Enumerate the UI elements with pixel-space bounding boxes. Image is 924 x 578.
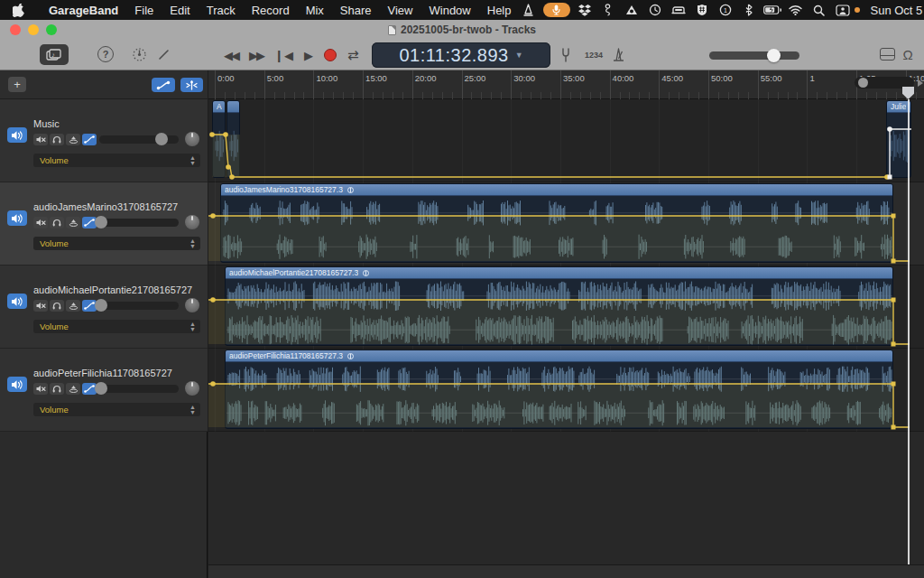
region-header[interactable]: A xyxy=(213,101,225,113)
go-to-beginning-button[interactable]: ❙◀ xyxy=(274,49,293,62)
bluetooth-status-icon[interactable] xyxy=(740,3,758,17)
dropbox-status-icon[interactable] xyxy=(576,3,594,17)
track-icon[interactable] xyxy=(7,127,27,143)
audio-region[interactable]: audioPeterFilichia11708165727.3 xyxy=(225,350,893,429)
pan-knob[interactable] xyxy=(185,298,199,312)
rewind-button[interactable]: ◀◀ xyxy=(224,49,238,62)
pan-knob[interactable] xyxy=(185,132,199,146)
keyboard-status-icon[interactable] xyxy=(670,3,688,17)
tuner-button[interactable] xyxy=(132,47,147,62)
track-lane-1[interactable] xyxy=(208,99,924,182)
region-header[interactable]: audioMichaelPortantie21708165727.3 xyxy=(226,267,892,279)
audio-region[interactable]: audioMichaelPortantie21708165727.3 xyxy=(225,266,893,346)
master-volume-knob[interactable] xyxy=(767,49,781,62)
master-volume-slider[interactable] xyxy=(709,51,799,60)
mute-button[interactable] xyxy=(33,383,48,395)
track-volume-knob[interactable] xyxy=(95,299,107,312)
spotlight-status-icon[interactable] xyxy=(810,3,828,17)
track-header-1[interactable]: MusicVolume▲▼ xyxy=(0,99,208,182)
battery-status-icon[interactable] xyxy=(763,3,781,17)
playhead-catch-button[interactable] xyxy=(180,78,203,92)
track-volume-slider[interactable] xyxy=(99,219,179,227)
track-icon[interactable] xyxy=(7,377,27,392)
alert-triangle-status-icon[interactable] xyxy=(623,3,641,17)
track-header-3[interactable]: audioMichaelPortantie21708165727Volume▲▼ xyxy=(0,266,208,349)
solo-button[interactable] xyxy=(50,300,64,312)
time-machine-status-icon[interactable] xyxy=(646,3,664,17)
horizontal-scrollbar-area[interactable] xyxy=(208,564,924,578)
input-monitoring-button[interactable] xyxy=(66,217,80,228)
track-volume-slider[interactable] xyxy=(99,135,179,144)
menu-item-track[interactable]: Track xyxy=(199,4,244,17)
count-in-button[interactable]: 1234 xyxy=(585,51,603,60)
timeline-ruler[interactable]: 0:005:0010:0015:0020:0025:0030:0035:0040… xyxy=(208,70,924,99)
pan-knob[interactable] xyxy=(185,215,199,229)
automation-parameter-select[interactable]: Volume▲▼ xyxy=(33,154,200,167)
track-volume-knob[interactable] xyxy=(155,133,168,145)
add-track-button[interactable]: + xyxy=(8,77,26,92)
one-password-status-icon[interactable]: 1 xyxy=(716,3,735,17)
pan-knob[interactable] xyxy=(185,381,199,396)
menu-item-edit[interactable]: Edit xyxy=(162,4,198,17)
region-header[interactable] xyxy=(227,101,239,113)
region-header[interactable]: audioJamesMarino31708165727.3 xyxy=(221,184,892,196)
display-mode-button[interactable] xyxy=(880,48,895,61)
automation-button[interactable] xyxy=(82,134,97,145)
track-volume-slider[interactable] xyxy=(99,385,179,393)
library-button[interactable]: ♪ xyxy=(40,44,69,65)
solo-button[interactable] xyxy=(50,383,64,395)
solo-button[interactable] xyxy=(50,217,64,228)
menu-item-share[interactable]: Share xyxy=(332,4,380,17)
menu-item-window[interactable]: Window xyxy=(421,4,479,17)
menu-item-view[interactable]: View xyxy=(380,4,421,17)
help-button[interactable]: ? xyxy=(97,46,114,62)
fast-forward-button[interactable]: ▶▶ xyxy=(249,49,263,62)
region-A[interactable]: A xyxy=(212,100,226,178)
apple-menu-icon[interactable] xyxy=(13,4,24,17)
mute-button[interactable] xyxy=(33,217,48,228)
track-volume-knob[interactable] xyxy=(95,382,107,395)
lcd-chevron-icon[interactable]: ▼ xyxy=(515,51,523,60)
empty-arrange-area[interactable] xyxy=(208,432,924,564)
track-icon[interactable] xyxy=(7,294,27,309)
input-monitoring-button[interactable] xyxy=(66,134,80,145)
tuning-fork-button[interactable] xyxy=(559,47,572,63)
mute-button[interactable] xyxy=(33,300,48,312)
input-monitoring-button[interactable] xyxy=(66,383,80,395)
cone-status-icon[interactable] xyxy=(520,3,538,17)
menu-item-help[interactable]: Help xyxy=(479,4,520,17)
shortcuts-status-icon[interactable] xyxy=(599,3,617,17)
window-title-bar[interactable]: 20251005-br-twob - Tracks xyxy=(0,20,924,40)
lcd-time-display[interactable]: 01:11:32.893 ▼ xyxy=(372,42,550,68)
ruler-disclosure-icon[interactable] xyxy=(918,79,923,87)
metronome-button[interactable] xyxy=(611,47,626,62)
menu-item-mix[interactable]: Mix xyxy=(298,4,332,17)
quick-help-button[interactable]: Ω xyxy=(900,46,916,62)
mute-button[interactable] xyxy=(33,134,48,145)
solo-button[interactable] xyxy=(50,134,64,145)
automation-view-button[interactable] xyxy=(152,78,175,92)
zoom-slider-knob[interactable] xyxy=(858,78,868,88)
record-button[interactable] xyxy=(324,49,337,61)
pencil-tool-button[interactable] xyxy=(157,48,171,61)
menu-item-record[interactable]: Record xyxy=(244,4,298,17)
microphone-status-pill[interactable] xyxy=(543,3,570,17)
automation-parameter-select[interactable]: Volume▲▼ xyxy=(33,403,200,416)
cycle-button[interactable]: ⇄ xyxy=(347,47,359,63)
track-header-2[interactable]: audioJamesMarino31708165727Volume▲▼ xyxy=(0,182,208,266)
menu-item-garageband[interactable]: GarageBand xyxy=(41,4,126,17)
track-icon[interactable] xyxy=(7,210,27,226)
user-switch-status-icon[interactable] xyxy=(834,3,852,17)
track-volume-knob[interactable] xyxy=(95,216,107,228)
wifi-status-icon[interactable] xyxy=(787,3,805,17)
audio-region[interactable]: audioJamesMarino31708165727.3 xyxy=(220,183,893,263)
automation-parameter-select[interactable]: Volume▲▼ xyxy=(33,320,200,333)
region-stub[interactable] xyxy=(226,100,240,178)
track-volume-slider[interactable] xyxy=(99,302,179,310)
playhead-pin[interactable] xyxy=(902,87,914,99)
play-button[interactable]: ▶ xyxy=(304,49,313,62)
passport-status-icon[interactable] xyxy=(693,3,711,17)
track-header-4[interactable]: audioPeterFilichia11708165727Volume▲▼ xyxy=(0,349,208,432)
input-monitoring-button[interactable] xyxy=(66,300,80,312)
region-header[interactable]: audioPeterFilichia11708165727.3 xyxy=(226,350,892,362)
